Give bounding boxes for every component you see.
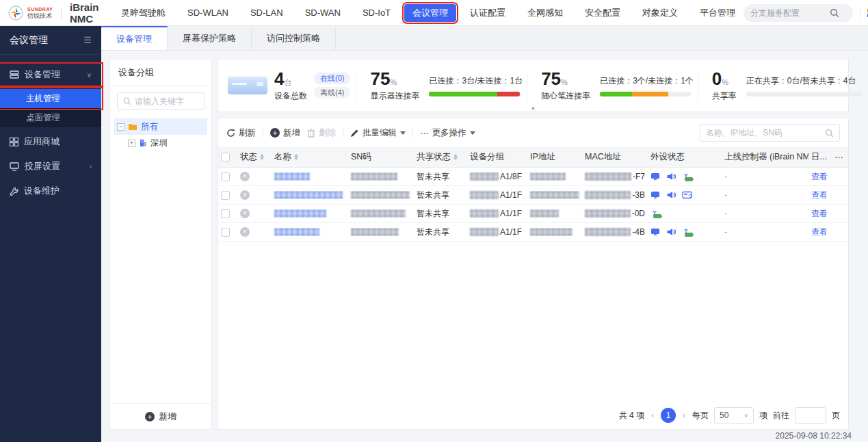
search-icon[interactable]: [830, 8, 839, 18]
bar-segment: [600, 92, 631, 96]
product-title: iBrain NMC: [70, 1, 99, 25]
add-group-button[interactable]: + 新增: [110, 403, 211, 429]
table-search-input[interactable]: [706, 128, 825, 138]
expand-toggle-icon[interactable]: +: [128, 140, 135, 147]
plus-icon: +: [270, 128, 280, 138]
add-device-button[interactable]: + 新增: [270, 127, 300, 139]
refresh-button[interactable]: 刷新: [226, 127, 256, 139]
column-header-状态[interactable]: 状态: [237, 151, 272, 163]
nav-item-全网感知[interactable]: 全网感知: [519, 4, 571, 22]
wrench-icon: [10, 187, 18, 196]
view-log-link[interactable]: 查看: [811, 190, 828, 201]
nav-item-SD-IoT[interactable]: SD-IoT: [354, 5, 399, 21]
delete-button[interactable]: 删除: [307, 127, 336, 139]
controller-value: -: [724, 172, 727, 181]
column-header-共享状态[interactable]: 共享状态: [414, 151, 467, 163]
batch-edit-button[interactable]: 批量编辑: [350, 127, 406, 139]
row-checkbox[interactable]: [221, 172, 230, 181]
prev-page-button[interactable]: ‹: [650, 411, 655, 420]
speaker-icon: [666, 172, 676, 181]
total-items: 共 4 项: [619, 410, 644, 421]
group-search[interactable]: [117, 92, 205, 110]
page-number[interactable]: 1: [661, 408, 676, 423]
table-row[interactable]: ×暂未共享A1/1F-3B-查看: [218, 186, 848, 205]
row-checkbox-cell: [218, 172, 237, 181]
sort-icon[interactable]: [260, 154, 264, 160]
goto-page-input[interactable]: [795, 407, 826, 424]
offline-badge[interactable]: 离线(4): [314, 87, 350, 99]
online-badge[interactable]: 在线(0): [314, 73, 350, 84]
redacted-mac: [585, 209, 631, 218]
sidebar-item-投屏设置[interactable]: 投屏设置›: [0, 156, 101, 177]
table-row[interactable]: ×暂未共享A1/1F-4B-查看: [218, 223, 848, 242]
nav-item-SD-WLAN[interactable]: SD-WLAN: [179, 5, 237, 21]
sort-icon[interactable]: [453, 154, 458, 160]
column-header-checkbox: [218, 153, 237, 161]
nav-item-灵眸驾驶舱[interactable]: 灵眸驾驶舱: [113, 4, 174, 22]
global-search[interactable]: [744, 4, 853, 22]
global-search-input[interactable]: [750, 8, 830, 18]
controller-value: -: [724, 209, 727, 218]
nav-item-SD-WAN[interactable]: SD-WAN: [297, 5, 349, 21]
tree-node-所有[interactable]: −所有: [114, 118, 207, 135]
view-log-link[interactable]: 查看: [811, 226, 828, 238]
select-all-checkbox[interactable]: [221, 153, 230, 161]
table-row[interactable]: ×暂未共享A1/8F-F7-查看: [218, 168, 848, 186]
nav-item-SD-LAN[interactable]: SD-LAN: [242, 5, 291, 21]
redacted-name: [274, 172, 310, 181]
nav-item-会议管理[interactable]: 会议管理: [404, 4, 456, 22]
more-actions-button[interactable]: ⋯ 更多操作: [420, 127, 475, 139]
device-illustration: [228, 77, 267, 94]
building-icon: [139, 139, 147, 147]
nav-item-安全配置[interactable]: 安全配置: [577, 4, 629, 22]
next-page-button[interactable]: ›: [681, 411, 687, 420]
divider: [860, 8, 860, 18]
top-nav: SUNDRAY 信锐技术 iBrain NMC 灵眸驾驶舱SD-WLANSD-L…: [0, 0, 868, 26]
group-search-input[interactable]: [135, 96, 196, 106]
row-checkbox[interactable]: [221, 228, 230, 237]
column-label: 共享状态: [417, 151, 451, 163]
per-page-select[interactable]: 50 ∨: [714, 407, 754, 424]
apps-icon: [10, 138, 18, 146]
sidebar-collapse-icon[interactable]: ☰: [83, 35, 92, 45]
sort-icon[interactable]: [294, 154, 298, 160]
row-checkbox[interactable]: [221, 209, 230, 218]
sidebar-item-设备维护[interactable]: 设备维护: [0, 181, 101, 201]
controller-cell: -: [722, 209, 808, 218]
tree-node-label: 深圳: [150, 138, 168, 149]
stats-collapse-icon[interactable]: ▲: [531, 105, 536, 111]
view-log-link[interactable]: 查看: [811, 208, 828, 220]
mac-suffix: -3B: [632, 190, 645, 200]
sidebar-item-桌面管理[interactable]: 桌面管理: [0, 108, 101, 127]
view-log-link[interactable]: 查看: [811, 171, 828, 183]
ip-cell: [527, 228, 582, 236]
tree-node-深圳[interactable]: +深圳: [125, 135, 207, 151]
collapse-toggle-icon[interactable]: −: [117, 123, 124, 131]
search-icon[interactable]: [825, 129, 834, 138]
table-body: ×暂未共享A1/8F-F7-查看×暂未共享A1/1F-3B-查看×暂未共享A1/…: [218, 168, 848, 402]
sidebar-item-label: 应用商城: [24, 135, 60, 148]
column-header-名称[interactable]: 名称: [272, 151, 348, 163]
nav-item-对象定义[interactable]: 对象定义: [634, 4, 686, 22]
nav-item-认证配置[interactable]: 认证配置: [462, 4, 514, 22]
column-label: IP地址: [530, 151, 555, 163]
redacted-mac: [585, 172, 631, 181]
nav-item-平台管理[interactable]: 平台管理: [692, 4, 744, 22]
tab-屏幕保护策略[interactable]: 屏幕保护策略: [168, 26, 252, 50]
row-checkbox[interactable]: [221, 191, 230, 200]
tab-访问控制策略[interactable]: 访问控制策略: [252, 26, 336, 50]
tab-设备管理[interactable]: 设备管理: [101, 26, 168, 50]
tablet-icon: [682, 191, 693, 199]
sidebar-item-应用商城[interactable]: 应用商城: [0, 131, 101, 152]
brand-divider: [61, 8, 62, 18]
sidebar-item-主机管理[interactable]: 主机管理: [0, 89, 101, 108]
speaker-icon: [666, 228, 676, 236]
column-label: MAC地址: [585, 151, 621, 163]
offline-status-icon: ×: [240, 172, 250, 181]
bar-segment: [497, 92, 520, 96]
table-search[interactable]: [700, 124, 840, 142]
topnav-right: 应用中心 反馈 社区 admin: [744, 4, 868, 22]
bar-segment: [668, 92, 691, 96]
table-row[interactable]: ×暂未共享A1/1F-0D-查看: [218, 205, 848, 223]
sidebar-item-设备管理[interactable]: 设备管理∨: [0, 64, 101, 85]
